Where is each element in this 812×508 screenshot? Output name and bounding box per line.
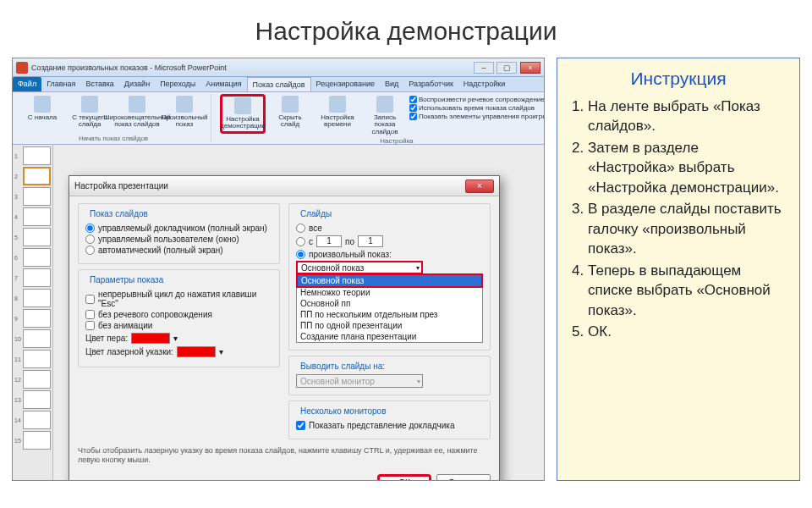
fs-show-type: Показ слайдов управляемый докладчиком (п… xyxy=(78,203,280,264)
setup-show-dialog: Настройка презентации × Показ слайдов уп… xyxy=(69,175,500,481)
custom-show-icon xyxy=(176,96,193,113)
setup-icon xyxy=(234,97,251,114)
fs-multiple-monitors: Несколько мониторов Показать представлен… xyxy=(288,400,491,439)
btn-record[interactable]: Запись показа слайдов xyxy=(362,94,408,137)
chk-narration[interactable]: Воспроизвести речевое сопровождение xyxy=(409,96,545,103)
slide-thumb[interactable]: 8 xyxy=(14,289,51,307)
btn-setup-show[interactable]: Настройка демонстрации xyxy=(220,94,266,134)
instruction-title: Инструкция xyxy=(569,67,787,91)
radio-kiosk[interactable]: автоматический (полный экран) xyxy=(85,246,272,255)
instruction-step: ОК. xyxy=(588,322,787,341)
ribbon-tabs[interactable]: ФайлГлавнаяВставкаДизайнПереходыАнимация… xyxy=(13,77,544,92)
radio-presenter[interactable]: управляемый докладчиком (полный экран) xyxy=(85,224,272,233)
btn-custom-show[interactable]: Произвольный показ xyxy=(162,94,207,130)
slide-thumb[interactable]: 1 xyxy=(14,146,51,165)
chk-no-narration[interactable]: без речевого сопровождения xyxy=(85,310,272,319)
ribbon-tab[interactable]: Рецензирование xyxy=(311,77,381,91)
chevron-down-icon[interactable]: ▾ xyxy=(173,334,178,343)
ribbon-tab[interactable]: Надстройки xyxy=(458,77,510,91)
slide-thumb[interactable]: 5 xyxy=(14,228,51,246)
instruction-step: На ленте выбрать «Показ слайдов». xyxy=(588,97,787,136)
page-title: Настройка демонстрации xyxy=(0,17,812,46)
minimize-icon[interactable]: – xyxy=(474,62,494,74)
file-tab[interactable]: Файл xyxy=(13,77,41,91)
custom-show-dropdown[interactable]: Основной показ xyxy=(296,261,423,274)
slide-thumb[interactable]: 13 xyxy=(14,390,51,409)
fs-slides: Слайды все с 1 по 1 произвольный показ: … xyxy=(288,203,491,351)
slide-thumb[interactable]: 10 xyxy=(14,329,51,348)
dialog-title: Настройка презентации xyxy=(74,181,168,190)
slide-thumbnails[interactable]: 123456789101112131415 xyxy=(13,145,53,481)
slide-thumb[interactable]: 2 xyxy=(14,167,51,185)
slide-thumb[interactable]: 11 xyxy=(14,350,51,368)
slide-thumb[interactable]: 3 xyxy=(14,187,51,206)
powerpoint-window: Создание произвольных показов - Microsof… xyxy=(12,58,545,481)
list-item[interactable]: Основной показ xyxy=(296,273,483,288)
ribbon-tab[interactable]: Главная xyxy=(41,77,80,91)
monitor-dropdown: Основной монитор xyxy=(296,374,423,388)
ribbon-group-setup: Настройка демонстрации Скрыть слайд Наст… xyxy=(217,94,545,142)
chk-media-controls[interactable]: Показать элементы управления проигрывате… xyxy=(409,113,545,120)
to-spinner[interactable]: 1 xyxy=(358,235,383,247)
btn-from-beginning[interactable]: С начала xyxy=(19,94,65,123)
chk-timings[interactable]: Использовать время показа слайдов xyxy=(409,104,545,112)
instruction-step: Затем в разделе «Настройка» выбрать «Нас… xyxy=(588,138,787,197)
dialog-close-icon[interactable]: × xyxy=(465,179,494,193)
btn-hide-slide[interactable]: Скрыть слайд xyxy=(267,94,313,130)
from-spinner[interactable]: 1 xyxy=(316,235,342,247)
slide-thumb[interactable]: 12 xyxy=(14,370,51,389)
ribbon-tab[interactable]: Разработчик xyxy=(403,77,458,91)
radio-all-slides[interactable]: все xyxy=(296,224,483,233)
chk-presenter-display[interactable]: Показать представление докладчика xyxy=(296,421,483,430)
slide-thumb[interactable]: 7 xyxy=(14,268,51,287)
radio-range[interactable]: с 1 по 1 xyxy=(296,235,483,247)
radio-custom-show[interactable]: произвольный показ: xyxy=(296,250,483,259)
chk-loop[interactable]: непрерывный цикл до нажатия клавиши "Esc… xyxy=(85,290,272,308)
slide-thumb[interactable]: 15 xyxy=(14,431,51,450)
pen-color-swatch[interactable] xyxy=(131,333,170,344)
btn-rehearse[interactable]: Настройка времени xyxy=(315,94,360,130)
dialog-hint: Чтобы отобразить лазерную указку во врем… xyxy=(69,443,499,469)
ribbon-group-start: С начала С текущего слайда Широковещател… xyxy=(16,94,211,142)
list-item[interactable]: Немножко теории xyxy=(297,287,482,298)
ribbon-tab[interactable]: Дизайн xyxy=(119,77,155,91)
list-item[interactable]: Создание плана презентации xyxy=(297,331,482,342)
window-title: Создание произвольных показов - Microsof… xyxy=(31,64,227,72)
chk-no-animation[interactable]: без анимации xyxy=(85,321,272,330)
maximize-icon[interactable]: ▢ xyxy=(497,62,517,74)
slide-thumb[interactable]: 4 xyxy=(14,207,51,226)
dialog-title-bar[interactable]: Настройка презентации × xyxy=(69,176,499,196)
play-icon xyxy=(34,96,51,113)
ribbon-tab[interactable]: Анимация xyxy=(200,77,246,91)
fs-show-options: Параметры показа непрерывный цикл до наж… xyxy=(78,269,280,367)
ribbon-tab[interactable]: Показ слайдов xyxy=(247,77,311,91)
list-item[interactable]: ПП по нескольким отдельным през xyxy=(297,309,482,320)
ribbon: С начала С текущего слайда Широковещател… xyxy=(13,92,544,145)
broadcast-icon xyxy=(129,96,145,113)
slide-thumb[interactable]: 6 xyxy=(14,248,51,267)
instruction-step: Теперь в выпадающем списке выбрать «Осно… xyxy=(588,261,787,320)
slide-thumb[interactable]: 9 xyxy=(14,309,51,328)
ok-button[interactable]: ОК xyxy=(377,474,431,482)
title-bar: Создание произвольных показов - Microsof… xyxy=(13,58,544,77)
instruction-step: В разделе слайды поставить галочку «прои… xyxy=(588,199,787,258)
ribbon-tab[interactable]: Вставка xyxy=(80,77,118,91)
play-current-icon xyxy=(81,96,98,113)
window-controls[interactable]: – ▢ × xyxy=(473,62,540,74)
cancel-button[interactable]: Отмена xyxy=(436,474,491,482)
chevron-down-icon[interactable]: ▾ xyxy=(219,347,223,356)
close-icon[interactable]: × xyxy=(520,62,540,74)
btn-broadcast[interactable]: Широковещательный показ слайдов xyxy=(114,94,160,130)
fs-advance: Выводить слайды на: Основной монитор xyxy=(288,356,491,395)
custom-show-list[interactable]: Основной показНемножко теорииОсновной пп… xyxy=(296,273,483,343)
hide-icon xyxy=(282,96,299,113)
instruction-list: На ленте выбрать «Показ слайдов».Затем в… xyxy=(569,97,787,341)
radio-user[interactable]: управляемый пользователем (окно) xyxy=(85,235,272,244)
ribbon-tab[interactable]: Переходы xyxy=(155,77,200,91)
list-item[interactable]: ПП по одной презентации xyxy=(297,320,482,331)
list-item[interactable]: Основной пп xyxy=(297,298,482,309)
laser-color-swatch[interactable] xyxy=(177,346,216,357)
clock-icon xyxy=(329,96,346,113)
slide-thumb[interactable]: 14 xyxy=(14,411,51,429)
ribbon-tab[interactable]: Вид xyxy=(380,77,403,91)
